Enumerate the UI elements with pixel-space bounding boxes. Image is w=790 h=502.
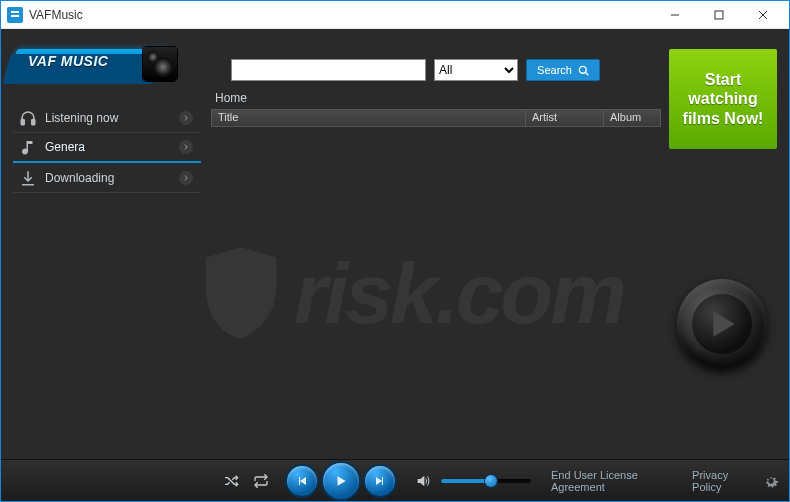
search-button-label: Search (537, 64, 572, 76)
sidebar-item-genera[interactable]: Genera (13, 133, 201, 163)
big-play-button[interactable] (677, 279, 767, 369)
volume-slider[interactable] (441, 479, 531, 483)
sidebar-item-label: Genera (45, 140, 179, 154)
svg-rect-4 (32, 119, 35, 124)
app-logo: VAF MUSIC (13, 41, 183, 89)
next-button[interactable] (365, 466, 395, 496)
volume-thumb[interactable] (485, 475, 497, 487)
volume-button[interactable] (413, 471, 433, 491)
gear-icon (763, 473, 779, 489)
titlebar: VAFMusic (1, 1, 789, 29)
app-body: VAF MUSIC All Search Start watching film… (1, 29, 789, 501)
table-header: Title Artist Album (211, 109, 661, 127)
minimize-button[interactable] (653, 2, 697, 28)
settings-button[interactable] (763, 472, 779, 490)
column-album[interactable]: Album (604, 110, 660, 126)
playback-controls (221, 463, 531, 499)
eula-link[interactable]: End User License Agreement (551, 469, 678, 493)
bottom-bar: End User License Agreement Privacy Polic… (1, 459, 789, 501)
svg-rect-3 (21, 119, 24, 124)
skip-forward-icon (374, 475, 386, 487)
search-icon (578, 65, 589, 76)
breadcrumb: Home (211, 89, 661, 109)
content-area: Home Title Artist Album (211, 89, 661, 127)
transport-controls (287, 463, 395, 499)
svg-rect-1 (715, 11, 723, 19)
sidebar-item-downloading[interactable]: Downloading (13, 163, 201, 193)
shuffle-icon (223, 473, 239, 489)
play-button[interactable] (323, 463, 359, 499)
promo-text: Start watching films Now! (675, 70, 771, 128)
search-filter-select[interactable]: All (434, 59, 518, 81)
previous-button[interactable] (287, 466, 317, 496)
search-input[interactable] (231, 59, 426, 81)
column-artist[interactable]: Artist (526, 110, 604, 126)
repeat-button[interactable] (251, 471, 271, 491)
shuffle-button[interactable] (221, 471, 241, 491)
svg-point-2 (579, 66, 586, 73)
search-button[interactable]: Search (526, 59, 600, 81)
footer-links: End User License Agreement Privacy Polic… (551, 469, 753, 493)
sidebar-item-label: Listening now (45, 111, 179, 125)
volume-icon (415, 473, 431, 489)
skip-back-icon (296, 475, 308, 487)
promo-banner[interactable]: Start watching films Now! (669, 49, 777, 149)
app-window: VAFMusic VAF MUSIC All Search (0, 0, 790, 502)
search-row: All Search (231, 59, 600, 81)
app-icon (7, 7, 23, 23)
sidebar-nav: Listening now Genera Downloading (13, 103, 201, 193)
volume-control (413, 471, 531, 491)
window-title: VAFMusic (29, 8, 83, 22)
sidebar-item-label: Downloading (45, 171, 179, 185)
chevron-right-icon (179, 171, 193, 185)
music-note-icon (19, 138, 37, 156)
close-button[interactable] (741, 2, 785, 28)
headphones-icon (19, 109, 37, 127)
speaker-icon (143, 47, 177, 81)
top-strip: VAF MUSIC All Search Start watching film… (1, 29, 789, 169)
play-icon (334, 473, 348, 489)
repeat-icon (253, 473, 269, 489)
chevron-right-icon (179, 111, 193, 125)
maximize-button[interactable] (697, 2, 741, 28)
download-icon (19, 169, 37, 187)
privacy-link[interactable]: Privacy Policy (692, 469, 753, 493)
chevron-right-icon (179, 140, 193, 154)
sidebar-item-listening-now[interactable]: Listening now (13, 103, 201, 133)
column-title[interactable]: Title (212, 110, 526, 126)
logo-text: VAF MUSIC (28, 53, 108, 69)
